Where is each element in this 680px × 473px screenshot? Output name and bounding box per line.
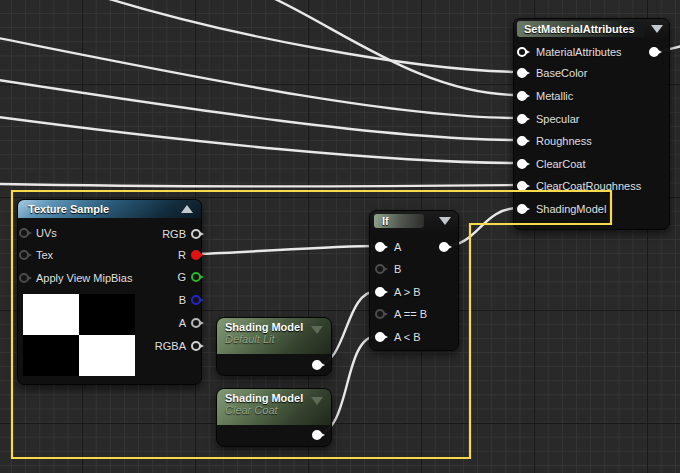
node-setmaterialattributes[interactable]: SetMaterialAttributes MaterialAttributes… xyxy=(513,18,670,230)
node-title: Shading Model xyxy=(225,392,323,404)
pin-label: A == B xyxy=(394,308,427,321)
pin-shadingmodel[interactable] xyxy=(517,204,527,214)
graph-canvas[interactable]: SetMaterialAttributes MaterialAttributes… xyxy=(0,0,680,473)
dropdown-arrow-icon[interactable] xyxy=(651,25,663,33)
pin-if-b[interactable] xyxy=(375,264,385,274)
pin-label: BaseColor xyxy=(536,67,587,80)
pin-label: Metallic xyxy=(536,90,573,103)
pin-if-a[interactable] xyxy=(375,242,385,252)
node-header[interactable]: If xyxy=(370,211,458,231)
pin-label: RGB xyxy=(162,228,186,241)
pin-label: A > B xyxy=(394,286,421,299)
pin-label: ClearCoat xyxy=(536,158,586,171)
pin-if-a-eq-b[interactable] xyxy=(375,309,385,319)
node-shading-model-clear-coat[interactable]: Shading Model Clear Coat xyxy=(216,388,332,447)
pin-if-output[interactable] xyxy=(439,242,449,252)
node-header[interactable]: Texture Sample xyxy=(18,200,201,218)
texture-preview xyxy=(23,294,135,376)
pin-apply-view-mipbias[interactable] xyxy=(19,273,29,283)
pin-label: Apply View MipBias xyxy=(36,272,132,285)
pin-label: A xyxy=(394,241,401,254)
pin-if-a-gt-b[interactable] xyxy=(375,287,385,297)
pin-a-output[interactable] xyxy=(191,318,201,328)
pin-metallic[interactable] xyxy=(517,91,527,101)
node-title: Shading Model xyxy=(225,321,323,333)
pin-if-a-lt-b[interactable] xyxy=(375,332,385,342)
pin-clearcoat[interactable] xyxy=(517,159,527,169)
pin-label: Tex xyxy=(36,249,53,262)
node-header[interactable]: Shading Model Default Lit xyxy=(217,318,331,354)
node-subtitle: Clear Coat xyxy=(225,404,323,416)
node-title: If xyxy=(382,215,389,227)
node-subtitle: Default Lit xyxy=(225,333,323,345)
dropdown-arrow-icon[interactable] xyxy=(311,397,323,405)
wire-specular[interactable] xyxy=(0,38,518,118)
pin-materialattributes-input[interactable] xyxy=(517,47,527,57)
pin-label: B xyxy=(394,263,401,276)
pin-clearcoatroughness[interactable] xyxy=(517,181,527,191)
pin-r-output[interactable] xyxy=(191,250,201,260)
pin-label: Specular xyxy=(536,113,579,126)
pin-g-output[interactable] xyxy=(191,272,201,282)
pin-label: MaterialAttributes xyxy=(536,46,622,59)
pin-basecolor[interactable] xyxy=(517,68,527,78)
pin-roughness[interactable] xyxy=(517,136,527,146)
node-header[interactable]: Shading Model Clear Coat xyxy=(217,389,331,425)
pin-specular[interactable] xyxy=(517,114,527,124)
node-header[interactable]: SetMaterialAttributes xyxy=(514,19,669,39)
pin-materialattributes-output[interactable] xyxy=(649,47,659,57)
pin-rgb-output[interactable] xyxy=(191,229,201,239)
wire-basecolor[interactable] xyxy=(106,0,518,72)
dropdown-arrow-icon[interactable] xyxy=(311,326,323,334)
pin-b-output[interactable] xyxy=(191,295,201,305)
pin-label: RGBA xyxy=(155,340,186,353)
pin-label: B xyxy=(179,294,186,307)
pin-label: A xyxy=(179,317,186,330)
pin-uvs[interactable] xyxy=(19,228,29,238)
pin-label: UVs xyxy=(36,227,57,240)
collapse-arrow-icon[interactable] xyxy=(181,205,193,213)
wire-clearcoatroughness[interactable] xyxy=(0,184,518,186)
pin-label: A < B xyxy=(394,331,421,344)
pin-shading-output[interactable] xyxy=(312,360,322,370)
node-if[interactable]: If A B A > B A == B A < B xyxy=(369,210,459,351)
pin-tex[interactable] xyxy=(19,250,29,260)
node-title: SetMaterialAttributes xyxy=(524,23,635,35)
pin-rgba-output[interactable] xyxy=(191,341,201,351)
wire-r-to-if-a[interactable] xyxy=(197,246,377,254)
pin-label: R xyxy=(178,249,186,262)
node-texture-sample[interactable]: Texture Sample UVs Tex Apply View MipBia… xyxy=(17,199,202,385)
dropdown-arrow-icon[interactable] xyxy=(439,217,451,225)
node-title: Texture Sample xyxy=(28,203,109,215)
pin-label: ShadingModel xyxy=(536,203,606,216)
pin-label: Roughness xyxy=(536,135,592,148)
node-shading-model-default-lit[interactable]: Shading Model Default Lit xyxy=(216,317,332,376)
pin-shading-output[interactable] xyxy=(312,430,322,440)
pin-label: G xyxy=(177,271,186,284)
wire-clearcoat[interactable] xyxy=(0,117,518,163)
